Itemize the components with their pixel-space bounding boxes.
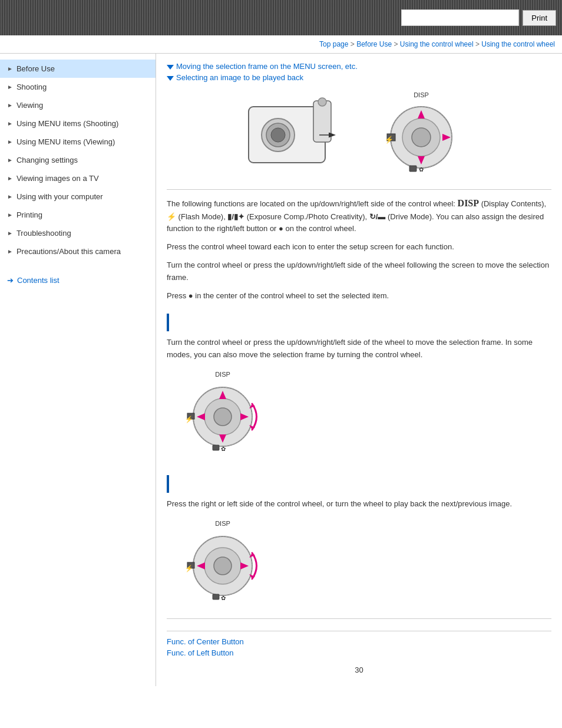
- sidebar-item-label: Using MENU items (Viewing): [16, 137, 115, 146]
- svg-text:✿: ✿: [221, 595, 226, 601]
- section-link-menu[interactable]: Moving the selection frame on the MENU s…: [167, 62, 551, 71]
- triangle-down-icon: [167, 76, 174, 81]
- sidebar-item-label: Precautions/About this camera: [16, 247, 121, 256]
- svg-point-4: [271, 128, 285, 142]
- svg-point-38: [214, 557, 232, 575]
- page-layout: ► Before Use ► Shooting ► Viewing ► Usin…: [0, 54, 562, 686]
- sidebar-item-printing[interactable]: ► Printing: [0, 206, 156, 224]
- sidebar-item-label: Troubleshooting: [16, 229, 71, 238]
- svg-text:⚡: ⚡: [185, 564, 193, 572]
- wheel-diagram-small1: DISP: [184, 368, 551, 460]
- arrow-icon: ►: [7, 157, 13, 163]
- section-bar-2: [167, 475, 169, 493]
- svg-point-11: [412, 128, 431, 147]
- svg-rect-1: [313, 101, 331, 142]
- sidebar-item-label: Viewing images on a TV: [16, 174, 99, 183]
- sidebar-item-before-use[interactable]: ► Before Use: [0, 60, 156, 78]
- sidebar-item-label: Shooting: [16, 83, 47, 91]
- sidebar-item-label: Changing settings: [16, 156, 78, 164]
- control-wheel-svg: DISP ⚡: [375, 89, 475, 183]
- breadcrumb: Top page > Before Use > Using the contro…: [0, 35, 562, 54]
- breadcrumb-controlwheel1[interactable]: Using the control wheel: [400, 40, 474, 48]
- svg-point-23: [214, 408, 232, 426]
- sidebar-item-label: Printing: [16, 210, 42, 219]
- sidebar-item-tv[interactable]: ► Viewing images on a TV: [0, 169, 156, 187]
- arrow-icon: ►: [7, 65, 13, 72]
- sidebar-item-label: Viewing: [16, 101, 43, 110]
- func-center-button-link[interactable]: Func. of Center Button: [167, 637, 551, 646]
- main-description: The following functions are located on t…: [167, 196, 551, 235]
- bottom-links: Func. of Center Button Func. of Left But…: [167, 631, 551, 657]
- sidebar-item-label: Before Use: [16, 64, 55, 73]
- small-wheel-svg-1: DISP: [184, 368, 276, 460]
- section-link-playback[interactable]: Selecting an image to be played back: [167, 73, 551, 82]
- arrow-icon: ►: [7, 212, 13, 218]
- search-input[interactable]: [401, 9, 519, 26]
- svg-text:✿: ✿: [221, 446, 226, 452]
- triangle-down-icon: [167, 65, 174, 70]
- sidebar-item-precautions[interactable]: ► Precautions/About this camera: [0, 242, 156, 261]
- camera-body-svg: [243, 95, 346, 177]
- sidebar-item-changing-settings[interactable]: ► Changing settings: [0, 151, 156, 169]
- contents-list-link[interactable]: ➔ Contents list: [0, 270, 156, 291]
- svg-text:⚡: ⚡: [385, 135, 394, 144]
- breadcrumb-beforeuse[interactable]: Before Use: [356, 40, 392, 48]
- contents-list-label: Contents list: [17, 276, 59, 285]
- svg-point-5: [318, 98, 326, 106]
- breadcrumb-top[interactable]: Top page: [319, 40, 348, 48]
- arrow-icon: ►: [7, 84, 13, 90]
- description3: Turn the control wheel or press the up/d…: [167, 259, 551, 284]
- sidebar-item-troubleshooting[interactable]: ► Troubleshooting: [0, 224, 156, 242]
- wheel-diagram-main: DISP ⚡: [167, 89, 551, 183]
- section2-para: Press the right or left side of the cont…: [167, 498, 551, 510]
- svg-text:DISP: DISP: [215, 520, 230, 527]
- bottom-divider: [167, 618, 551, 619]
- svg-text:DISP: DISP: [215, 371, 230, 378]
- section1-para: Turn the control wheel or press the up/d…: [167, 337, 551, 361]
- svg-text:⚡: ⚡: [185, 415, 193, 423]
- arrow-icon: ►: [7, 193, 13, 200]
- svg-rect-45: [213, 594, 219, 599]
- svg-rect-32: [213, 445, 219, 450]
- arrow-icon: ►: [7, 102, 13, 108]
- sidebar-item-menu-viewing[interactable]: ► Using MENU items (Viewing): [0, 133, 156, 151]
- arrow-icon: ►: [7, 120, 13, 127]
- divider: [167, 189, 551, 190]
- sidebar-item-menu-shooting[interactable]: ► Using MENU items (Shooting): [0, 114, 156, 133]
- func-left-button-link[interactable]: Func. of Left Button: [167, 648, 551, 657]
- arrow-icon: ►: [7, 248, 13, 255]
- sidebar: ► Before Use ► Shooting ► Viewing ► Usin…: [0, 54, 156, 686]
- page-number: 30: [167, 660, 551, 678]
- sidebar-item-label: Using with your computer: [16, 192, 103, 201]
- description2: Press the control wheel toward each icon…: [167, 241, 551, 253]
- print-button[interactable]: Print: [523, 10, 556, 26]
- description4: Press ● in the center of the control whe…: [167, 290, 551, 302]
- sidebar-item-computer[interactable]: ► Using with your computer: [0, 187, 156, 206]
- sidebar-item-shooting[interactable]: ► Shooting: [0, 78, 156, 96]
- sidebar-item-label: Using MENU items (Shooting): [16, 119, 118, 128]
- small-wheel-svg-2: DISP ⚡: [184, 518, 276, 609]
- arrow-right-icon: ➔: [7, 276, 14, 285]
- arrow-icon: ►: [7, 175, 13, 182]
- header: Print: [0, 0, 562, 35]
- arrow-icon: ►: [7, 230, 13, 236]
- section-bar-1: [167, 314, 169, 331]
- main-content: Moving the selection frame on the MENU s…: [156, 54, 562, 686]
- section-links: Moving the selection frame on the MENU s…: [167, 62, 551, 82]
- svg-rect-17: [409, 166, 416, 172]
- sidebar-item-viewing[interactable]: ► Viewing: [0, 96, 156, 114]
- arrow-icon: ►: [7, 139, 13, 145]
- breadcrumb-controlwheel2[interactable]: Using the control wheel: [481, 40, 555, 48]
- svg-text:✿: ✿: [419, 166, 424, 173]
- svg-text:DISP: DISP: [414, 91, 429, 98]
- wheel-diagram-small2: DISP ⚡: [184, 518, 551, 609]
